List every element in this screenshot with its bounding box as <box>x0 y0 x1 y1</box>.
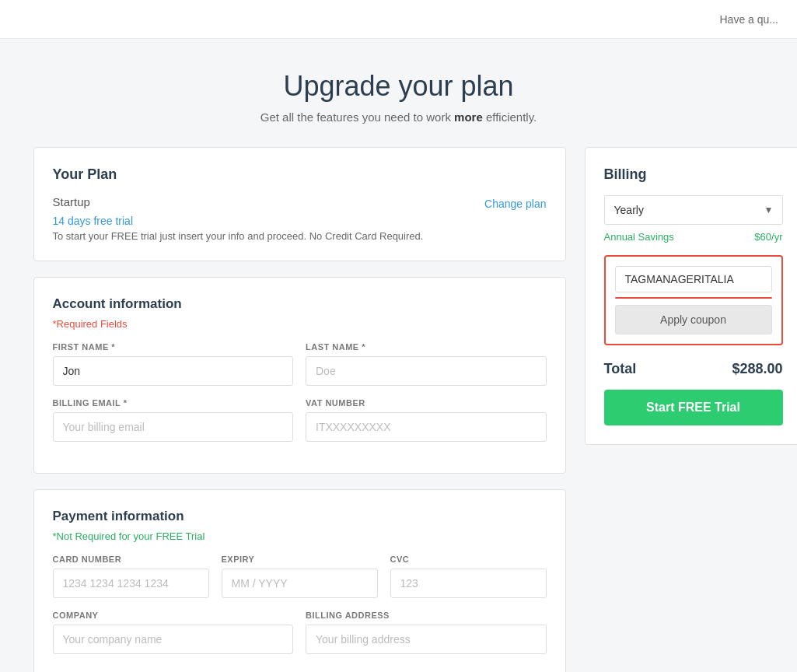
card-number-group: CARD NUMBER <box>53 555 209 598</box>
coupon-underline <box>615 297 772 299</box>
name-row: FIRST NAME * LAST NAME * <box>53 342 547 386</box>
billing-email-label: BILLING EMAIL * <box>53 398 294 408</box>
account-info-title: Account information <box>53 296 547 312</box>
cvc-label: CVC <box>390 555 547 564</box>
free-trial-text: 14 days free trial <box>53 215 547 227</box>
card-number-label: CARD NUMBER <box>53 555 209 564</box>
billing-cycle-select[interactable]: Monthly Yearly <box>604 195 783 225</box>
page-header: Upgrade your plan Get all the features y… <box>0 39 797 147</box>
billing-address-label: BILLING ADDRESS <box>306 611 547 620</box>
left-column: Your Plan Startup Change plan 14 days fr… <box>33 147 566 672</box>
vat-number-group: VAT NUMBER <box>306 398 547 442</box>
coupon-section: Apply coupon <box>604 255 783 345</box>
plan-description: To start your FREE trial just insert you… <box>53 230 547 242</box>
main-content: Your Plan Startup Change plan 14 days fr… <box>18 147 780 672</box>
total-value: $288.00 <box>732 361 782 377</box>
coupon-input[interactable] <box>615 266 772 292</box>
first-name-input[interactable] <box>53 356 294 386</box>
savings-label: Annual Savings <box>604 231 674 243</box>
change-plan-link[interactable]: Change plan <box>484 198 546 210</box>
apply-coupon-button[interactable]: Apply coupon <box>615 305 772 334</box>
card-number-input[interactable] <box>53 569 209 598</box>
expiry-group: EXPIRY <box>222 555 378 598</box>
company-input[interactable] <box>53 625 294 654</box>
last-name-group: LAST NAME * <box>306 342 547 386</box>
page-title: Upgrade your plan <box>16 70 781 103</box>
last-name-label: LAST NAME * <box>306 342 547 352</box>
total-row: Total $288.00 <box>604 358 783 377</box>
right-column: Billing Monthly Yearly ▼ Annual Savings … <box>585 147 798 445</box>
company-label: COMPANY <box>53 611 294 620</box>
first-name-label: FIRST NAME * <box>53 342 294 352</box>
page-subtitle: Get all the features you need to work mo… <box>16 110 781 124</box>
help-link[interactable]: Have a qu... <box>720 13 779 26</box>
billing-card: Billing Monthly Yearly ▼ Annual Savings … <box>585 147 798 445</box>
billing-address-group: BILLING ADDRESS <box>306 611 547 654</box>
first-name-group: FIRST NAME * <box>53 342 294 386</box>
account-info-card: Account information *Required Fields FIR… <box>33 277 566 474</box>
plan-name: Startup <box>53 195 90 208</box>
billing-address-input[interactable] <box>306 625 547 654</box>
payment-info-card: Payment information *Not Required for yo… <box>33 489 566 672</box>
total-label: Total <box>604 361 637 377</box>
your-plan-card: Your Plan Startup Change plan 14 days fr… <box>33 147 566 261</box>
your-plan-title: Your Plan <box>53 166 547 183</box>
expiry-label: EXPIRY <box>222 555 378 564</box>
vat-number-input[interactable] <box>306 412 547 442</box>
billing-cycle-wrapper: Monthly Yearly ▼ <box>604 195 783 225</box>
billing-title: Billing <box>604 166 783 183</box>
start-trial-button[interactable]: Start FREE Trial <box>604 390 783 425</box>
vat-number-label: VAT NUMBER <box>306 398 547 408</box>
savings-row: Annual Savings $60/yr <box>604 231 783 243</box>
savings-value: $60/yr <box>754 231 782 243</box>
coupon-input-wrapper <box>615 266 772 299</box>
billing-email-group: BILLING EMAIL * <box>53 398 294 442</box>
last-name-input[interactable] <box>306 356 547 386</box>
company-group: COMPANY <box>53 611 294 654</box>
cvc-group: CVC <box>390 555 547 598</box>
cvc-input[interactable] <box>390 569 547 598</box>
billing-email-input[interactable] <box>53 412 294 442</box>
expiry-input[interactable] <box>222 569 378 598</box>
card-row: CARD NUMBER EXPIRY CVC <box>53 555 547 598</box>
email-vat-row: BILLING EMAIL * VAT NUMBER <box>53 398 547 442</box>
plan-header-row: Startup Change plan <box>53 195 547 212</box>
required-fields-label: *Required Fields <box>53 318 547 330</box>
company-billing-row: COMPANY BILLING ADDRESS <box>53 611 547 654</box>
top-bar: Have a qu... <box>0 0 797 39</box>
payment-info-title: Payment information <box>53 509 547 524</box>
payment-note: *Not Required for your FREE Trial <box>53 530 547 542</box>
